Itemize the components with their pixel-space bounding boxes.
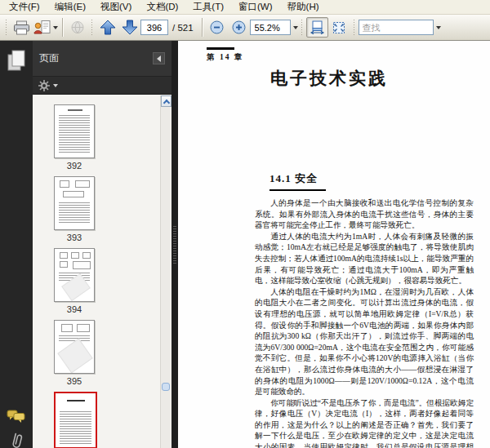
thumbnail-image[interactable]: [54, 320, 95, 374]
toolbar-grip[interactable]: [353, 19, 356, 37]
thumbnail-page-395[interactable]: 395: [54, 320, 98, 388]
thumbnail-page-393[interactable]: 393: [54, 176, 98, 245]
menu-help[interactable]: 帮助(H): [280, 0, 327, 15]
pages-panel-title: 页面: [39, 51, 153, 65]
paperclip-icon: [9, 432, 24, 448]
dashed-box-arrows-icon: [332, 21, 346, 34]
workspace: 页面 392: [0, 41, 490, 448]
thumbnail-label: 393: [54, 230, 95, 245]
menu-edit[interactable]: 编辑(E): [47, 0, 93, 15]
paragraph: 通过人体的电流大约为1mA时，人体会有刺痛及轻微的振动感觉；10mA左右就已经是…: [255, 231, 474, 286]
page-total-label: / 521: [172, 23, 194, 33]
zoom-dropdown-caret[interactable]: [293, 26, 298, 29]
toolbar-separator: [202, 18, 203, 37]
pages-panel: 页面 392: [33, 41, 172, 448]
thumbnail-page-392[interactable]: 392: [54, 104, 98, 173]
chevron-up-icon: [163, 99, 169, 105]
chapter-block: 第 14 章: [207, 47, 243, 63]
section-heading: 14.1 安全: [270, 171, 326, 191]
search-input[interactable]: [359, 20, 434, 35]
stacked-pages-icon: [7, 49, 27, 72]
menu-window[interactable]: 窗口(W): [231, 0, 280, 15]
page-with-arrows-icon: [310, 20, 325, 34]
paragraph: 你可能听说过“不是电压杀了你，而是电流”。但根据欧姆定律，好像电压（V）决定电流…: [255, 397, 474, 448]
gear-icon[interactable]: [38, 80, 50, 91]
pages-panel-toolbar: [33, 77, 172, 95]
scrollbar-thumb[interactable]: [162, 383, 170, 391]
globe-icon: [69, 20, 86, 34]
splitter-grip-icon: [173, 226, 176, 264]
send-dropdown-caret[interactable]: [53, 26, 58, 29]
pages-panel-header: 页面: [33, 41, 172, 77]
next-page-button[interactable]: [118, 17, 140, 38]
arrow-up-icon: [99, 20, 117, 35]
comments-panel-tab[interactable]: [7, 410, 26, 428]
toolbar-grip[interactable]: [91, 19, 94, 37]
left-triangle-icon: [157, 55, 161, 62]
thumbnail-image-selected[interactable]: [54, 392, 97, 448]
menu-bar: 文件(F) 编辑(E) 视图(V) 文档(D) 工具(T) 窗口(W) 帮助(H…: [0, 0, 490, 15]
scroll-up-button[interactable]: [161, 95, 172, 107]
scroll-mode-button[interactable]: [306, 17, 328, 38]
collapse-panel-button[interactable]: [153, 52, 165, 64]
thumbnail-image[interactable]: [54, 104, 95, 158]
minus-circle-icon: [210, 20, 224, 34]
body-text-column: 人的身体是一个由大脑接收和送出电化学信号控制的复杂系统。如果有外部流入身体的电流…: [255, 197, 474, 448]
thumbnail-image[interactable]: [54, 248, 95, 302]
arrow-down-icon: [121, 20, 139, 35]
page-thumbnails-list: 392 393: [33, 95, 172, 448]
attachments-panel-tab[interactable]: [9, 432, 24, 448]
menu-tools[interactable]: 工具(T): [185, 0, 231, 15]
panel-splitter[interactable]: [172, 41, 178, 448]
menu-file[interactable]: 文件(F): [2, 0, 47, 15]
thumbnail-label: 392: [54, 158, 95, 173]
search-dropdown-caret[interactable]: [436, 26, 441, 29]
toolbar-grip[interactable]: [301, 19, 304, 37]
pages-panel-tab[interactable]: [7, 49, 27, 75]
navigation-tab-strip: [0, 41, 33, 448]
page-number-input[interactable]: [140, 20, 168, 35]
previous-page-button[interactable]: [96, 17, 118, 38]
zoom-in-button[interactable]: [228, 17, 250, 38]
menu-document[interactable]: 文档(D): [139, 0, 185, 15]
menu-view[interactable]: 视图(V): [93, 0, 139, 15]
paragraph: 人的身体是一个由大脑接收和送出电化学信号控制的复杂系统。如果有外部流入身体的电流…: [255, 197, 474, 231]
thumbnail-page-394[interactable]: 394: [54, 248, 98, 317]
send-collaborate-button[interactable]: [33, 17, 59, 38]
paragraph: 人体的电阻在干燥时约为1MΩ，在湿润时为几百欧，人体的电阻大小在二者之间变化。可…: [255, 286, 474, 397]
chapter-label: 第 14 章: [207, 52, 243, 63]
plus-circle-icon: [232, 20, 246, 34]
toolbar: / 521: [0, 15, 490, 41]
printer-icon: [13, 20, 30, 35]
send-person-page-icon: [33, 20, 51, 34]
document-page: 第 14 章 电子技术实践 14.1 安全 人的身体是一个由大脑接收和送出电化学…: [178, 41, 490, 448]
chapter-rule: [207, 47, 234, 50]
chapter-title: 电子技术实践: [270, 67, 388, 90]
thumbnail-label: 395: [54, 374, 95, 388]
thumbnail-image[interactable]: [54, 176, 95, 230]
toolbar-grip[interactable]: [5, 19, 8, 37]
thumbnail-page-396-selected[interactable]: [54, 392, 98, 448]
options-dropdown-caret[interactable]: [53, 84, 58, 87]
pdf-reader-window: 文件(F) 编辑(E) 视图(V) 文档(D) 工具(T) 窗口(W) 帮助(H…: [0, 0, 490, 448]
zoom-out-button[interactable]: [206, 17, 228, 38]
thumbnails-scrollbar[interactable]: [160, 95, 171, 448]
zoom-level-input[interactable]: [250, 20, 291, 35]
fit-page-button[interactable]: [328, 17, 350, 38]
review-button-disabled: [66, 17, 88, 38]
thumbnail-label: 394: [54, 302, 95, 317]
print-button[interactable]: [11, 17, 33, 38]
speech-bubbles-icon: [7, 410, 26, 424]
toolbar-separator: [62, 18, 63, 37]
